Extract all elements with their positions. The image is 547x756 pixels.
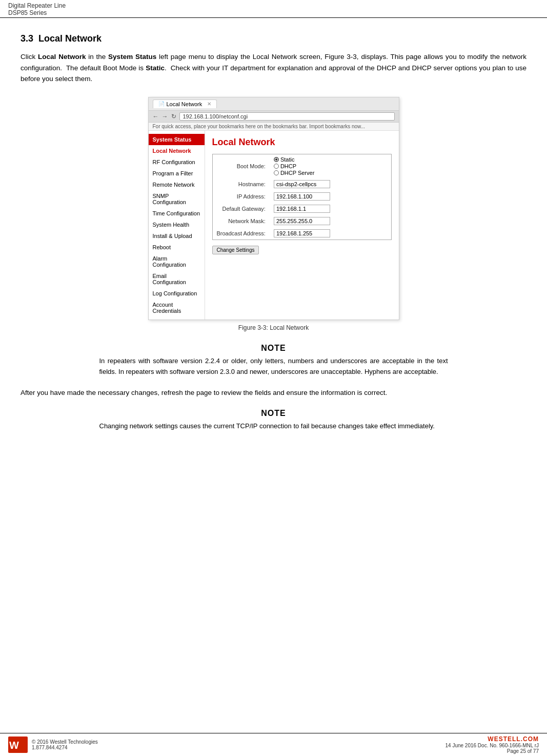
ip-address-label: IP Address: — [212, 190, 270, 203]
network-mask-label: Network Mask: — [212, 215, 270, 227]
boot-mode-label: Boot Mode: — [212, 154, 270, 178]
browser-tab-bar: 📄 Local Network ✕ — [149, 97, 399, 111]
footer-page: Page 25 of 77 — [445, 748, 539, 754]
sidebar-item-system-health[interactable]: System Health — [149, 219, 205, 230]
sidebar-item-snmp-configuration[interactable]: SNMP Configuration — [149, 190, 205, 208]
footer-copyright: © 2016 Westell Technologies — [32, 739, 98, 745]
page-icon: 📄 — [158, 101, 165, 107]
footer-right-info: WESTELL.COM 14 June 2016 Doc. No. 960-16… — [445, 735, 539, 754]
footer-brand: WESTELL.COM — [445, 735, 539, 743]
hostname-label: Hostname: — [212, 178, 270, 190]
sidebar-item-rf-configuration[interactable]: RF Configuration — [149, 156, 205, 168]
note2-title: NOTE — [99, 409, 448, 418]
sidebar-item-email-configuration[interactable]: Email Configuration — [149, 270, 205, 288]
broadcast-address-value: 192.168.1.255 — [270, 227, 391, 240]
note1-title: NOTE — [99, 344, 448, 353]
sidebar-item-system-status[interactable]: System Status — [149, 134, 205, 145]
note-box-2: NOTE Changing network settings causes th… — [99, 409, 448, 432]
system-status-bold: System Status — [108, 53, 156, 61]
sidebar-item-local-network[interactable]: Local Network — [149, 145, 205, 156]
hostname-input[interactable]: csi-dsp2-cellpcs — [274, 180, 330, 188]
footer-date: 14 June 2016 Doc. No. 960-1666-MNL rJ — [445, 743, 539, 748]
section-title: Local Network — [38, 33, 102, 44]
browser-nav-bar: ← → ↻ 192.168.1.100/netconf.cgi — [149, 111, 399, 123]
default-gateway-row: Default Gateway: 192.168.1.1 — [212, 203, 391, 215]
sidebar-item-alarm-configuration[interactable]: Alarm Configuration — [149, 253, 205, 270]
sidebar-item-install-upload[interactable]: Install & Upload — [149, 230, 205, 242]
radio-dhcp-server-label: DHCP Server — [280, 170, 314, 176]
browser-page-content: System Status Local Network RF Configura… — [149, 131, 399, 320]
address-bar[interactable]: 192.168.1.100/netconf.cgi — [179, 112, 395, 121]
static-bold: Static — [146, 64, 165, 72]
radio-static[interactable]: Static — [274, 156, 387, 163]
after-figure-text: After you have made the necessary change… — [21, 387, 526, 399]
tab-close-icon[interactable]: ✕ — [207, 101, 211, 107]
document-footer: W © 2016 Westell Technologies 1.877.844.… — [0, 733, 547, 756]
network-mask-value: 255.255.255.0 — [270, 215, 391, 227]
footer-logo-area: W © 2016 Westell Technologies 1.877.844.… — [8, 737, 98, 753]
document-header: Digital Repeater Line DSP85 Series — [0, 0, 547, 18]
back-button[interactable]: ← — [153, 113, 159, 120]
svg-text:W: W — [9, 740, 19, 751]
section-number: 3.3 — [21, 33, 33, 44]
broadcast-address-input[interactable]: 192.168.1.255 — [274, 229, 330, 237]
left-sidebar: System Status Local Network RF Configura… — [149, 131, 205, 320]
boot-mode-radio-group: Static DHCP DHCP Server — [274, 156, 387, 176]
boot-mode-value: Static DHCP DHCP Server — [270, 154, 391, 178]
network-mask-row: Network Mask: 255.255.255.0 — [212, 215, 391, 227]
figure-caption: Figure 3-3: Local Network — [238, 324, 309, 331]
ip-address-input[interactable]: 192.168.1.100 — [274, 192, 330, 201]
footer-left-info: © 2016 Westell Technologies 1.877.844.42… — [32, 739, 98, 750]
radio-dhcp-server-dot — [274, 170, 279, 175]
tab-label: Local Network — [167, 101, 202, 107]
local-network-bold: Local Network — [38, 53, 86, 61]
note2-text: Changing network settings causes the cur… — [99, 421, 448, 432]
default-gateway-input[interactable]: 192.168.1.1 — [274, 205, 330, 213]
section-heading: 3.3 Local Network — [21, 33, 526, 44]
radio-dhcp[interactable]: DHCP — [274, 163, 387, 169]
broadcast-address-label: Broadcast Address: — [212, 227, 270, 240]
sidebar-item-remote-network[interactable]: Remote Network — [149, 179, 205, 190]
network-mask-input[interactable]: 255.255.255.0 — [274, 217, 330, 225]
radio-dhcp-dot — [274, 164, 279, 169]
radio-static-dot — [274, 157, 279, 162]
hostname-row: Hostname: csi-dsp2-cellpcs — [212, 178, 391, 190]
sidebar-item-account-credentials[interactable]: Account Credentials — [149, 299, 205, 316]
doc-line2: DSP85 Series — [8, 9, 539, 16]
default-gateway-value: 192.168.1.1 — [270, 203, 391, 215]
figure-container: 📄 Local Network ✕ ← → ↻ 192.168.1.100/ne… — [21, 97, 526, 331]
main-content: 3.3 Local Network Click Local Network in… — [0, 18, 547, 483]
change-settings-button[interactable]: Change Settings — [212, 246, 259, 254]
westell-logo-icon: W — [8, 737, 28, 753]
radio-dhcp-label: DHCP — [280, 163, 296, 169]
footer-phone: 1.877.844.4274 — [32, 745, 98, 750]
sidebar-item-program-filter[interactable]: Program a Filter — [149, 168, 205, 179]
ip-address-value: 192.168.1.100 — [270, 190, 391, 203]
sidebar-item-time-configuration[interactable]: Time Configuration — [149, 208, 205, 219]
note-box-1: NOTE In repeaters with software version … — [99, 344, 448, 377]
hostname-value: csi-dsp2-cellpcs — [270, 178, 391, 190]
section-body-paragraph: Click Local Network in the System Status… — [21, 51, 526, 85]
sidebar-item-log-configuration[interactable]: Log Configuration — [149, 288, 205, 299]
boot-mode-row: Boot Mode: Static DHCP — [212, 154, 391, 178]
default-gateway-label: Default Gateway: — [212, 203, 270, 215]
doc-line1: Digital Repeater Line — [8, 2, 539, 9]
bookmarks-bar: For quick access, place your bookmarks h… — [149, 123, 399, 131]
radio-dhcp-server[interactable]: DHCP Server — [274, 170, 387, 176]
reload-button[interactable]: ↻ — [171, 113, 176, 120]
browser-window: 📄 Local Network ✕ ← → ↻ 192.168.1.100/ne… — [148, 97, 399, 320]
forward-button[interactable]: → — [162, 113, 168, 120]
browser-tab[interactable]: 📄 Local Network ✕ — [153, 100, 217, 108]
panel-title: Local Network — [212, 137, 392, 148]
broadcast-address-row: Broadcast Address: 192.168.1.255 — [212, 227, 391, 240]
sidebar-item-reboot[interactable]: Reboot — [149, 242, 205, 253]
note1-text: In repeaters with software version 2.2.4… — [99, 356, 448, 377]
ip-address-row: IP Address: 192.168.1.100 — [212, 190, 391, 203]
network-form-table: Boot Mode: Static DHCP — [212, 154, 392, 240]
main-panel: Local Network Boot Mode: Static — [205, 131, 399, 320]
radio-static-label: Static — [280, 156, 295, 163]
